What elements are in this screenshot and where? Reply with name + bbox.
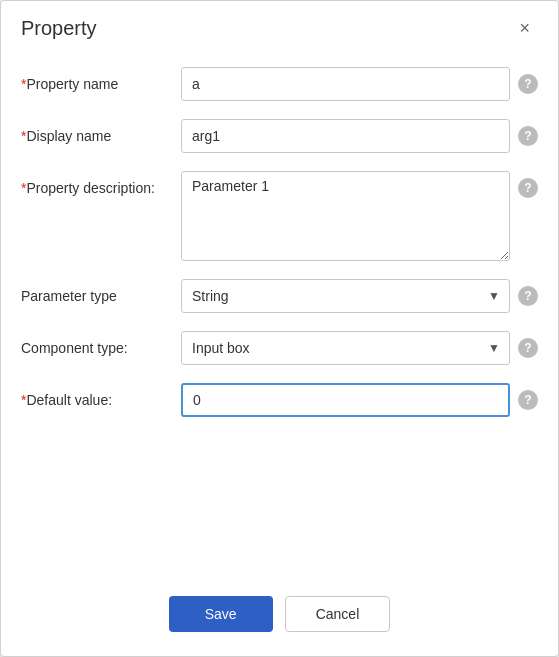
property-description-help-icon[interactable]: ? — [518, 178, 538, 198]
component-type-select[interactable]: Input box Dropdown Checkbox Text area — [181, 331, 510, 365]
display-name-wrapper: ? — [181, 119, 538, 153]
parameter-type-label: Parameter type — [21, 279, 181, 307]
property-name-label: *Property name — [21, 67, 181, 95]
parameter-type-wrapper: String Integer Boolean Float ▼ ? — [181, 279, 538, 313]
parameter-type-help-icon[interactable]: ? — [518, 286, 538, 306]
property-name-wrapper: ? — [181, 67, 538, 101]
default-value-wrapper: ? — [181, 383, 538, 417]
property-description-textarea[interactable] — [181, 171, 510, 261]
parameter-type-select[interactable]: String Integer Boolean Float — [181, 279, 510, 313]
property-name-input[interactable] — [181, 67, 510, 101]
display-name-help-icon[interactable]: ? — [518, 126, 538, 146]
dialog-title: Property — [21, 17, 97, 40]
property-description-row: *Property description: ? — [21, 171, 538, 261]
parameter-type-row: Parameter type String Integer Boolean Fl… — [21, 279, 538, 313]
default-value-help-icon[interactable]: ? — [518, 390, 538, 410]
default-value-row: *Default value: ? — [21, 383, 538, 417]
component-type-help-icon[interactable]: ? — [518, 338, 538, 358]
parameter-type-select-wrapper: String Integer Boolean Float ▼ — [181, 279, 510, 313]
default-value-input[interactable] — [181, 383, 510, 417]
dialog-footer: Save Cancel — [1, 580, 558, 656]
cancel-button[interactable]: Cancel — [285, 596, 391, 632]
property-name-row: *Property name ? — [21, 67, 538, 101]
property-description-label: *Property description: — [21, 171, 181, 199]
property-dialog: Property × *Property name ? *Display nam… — [0, 0, 559, 657]
display-name-row: *Display name ? — [21, 119, 538, 153]
close-button[interactable]: × — [511, 15, 538, 41]
component-type-select-wrapper: Input box Dropdown Checkbox Text area ▼ — [181, 331, 510, 365]
display-name-label: *Display name — [21, 119, 181, 147]
display-name-input[interactable] — [181, 119, 510, 153]
component-type-row: Component type: Input box Dropdown Check… — [21, 331, 538, 365]
save-button[interactable]: Save — [169, 596, 273, 632]
property-description-wrapper: ? — [181, 171, 538, 261]
property-name-help-icon[interactable]: ? — [518, 74, 538, 94]
default-value-label: *Default value: — [21, 383, 181, 411]
component-type-label: Component type: — [21, 331, 181, 359]
dialog-body: *Property name ? *Display name ? *Proper… — [1, 51, 558, 580]
component-type-wrapper: Input box Dropdown Checkbox Text area ▼ … — [181, 331, 538, 365]
dialog-header: Property × — [1, 1, 558, 51]
